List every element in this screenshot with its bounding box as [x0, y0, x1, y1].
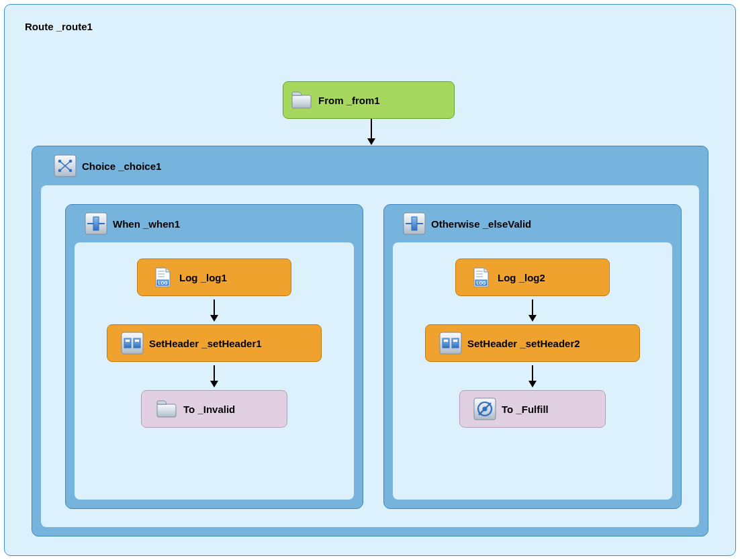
log-node[interactable]: LOG Log _log1 — [137, 259, 291, 296]
target-icon — [473, 398, 496, 420]
arrow-icon — [528, 362, 537, 390]
setheader-node[interactable]: SetHeader _setHeader2 — [425, 324, 640, 362]
route-title: Route _route1 — [25, 21, 93, 32]
svg-rect-0 — [292, 95, 311, 108]
log-label: Log _log1 — [179, 272, 227, 283]
to-node[interactable]: To _Invalid — [141, 390, 287, 428]
choice-icon — [54, 154, 77, 177]
to-node[interactable]: To _Fulfill — [459, 390, 606, 428]
log-node[interactable]: LOG Log _log2 — [455, 259, 610, 296]
svg-text:LOG: LOG — [477, 281, 486, 285]
choice-container[interactable]: Choice _choice1 When _when1 — [32, 146, 708, 536]
svg-rect-13 — [126, 340, 130, 342]
svg-rect-23 — [444, 340, 448, 342]
from-node[interactable]: From _from1 — [283, 81, 455, 119]
folder-icon — [155, 398, 178, 420]
otherwise-header: Otherwise _elseValid — [384, 205, 681, 242]
svg-rect-15 — [157, 404, 176, 417]
from-label: From _from1 — [318, 95, 380, 106]
setheader-node[interactable]: SetHeader _setHeader1 — [107, 324, 322, 362]
branch-icon — [403, 212, 426, 235]
setheader-icon — [121, 332, 144, 355]
setheader-label: SetHeader _setHeader1 — [149, 338, 262, 349]
arrow-icon — [210, 296, 218, 324]
to-label: To _Fulfill — [502, 404, 549, 415]
to-label: To _Invalid — [183, 404, 235, 415]
when-body: LOG Log _log1 — [75, 242, 354, 500]
svg-rect-7 — [93, 217, 99, 230]
choice-body: When _when1 LOG Log — [41, 185, 699, 527]
log-label: Log _log2 — [498, 272, 545, 283]
when-header: When _when1 — [66, 205, 363, 242]
when-label: When _when1 — [113, 218, 180, 230]
when-branch[interactable]: When _when1 LOG Log — [65, 204, 363, 509]
svg-rect-24 — [453, 340, 457, 342]
svg-rect-17 — [412, 217, 417, 230]
svg-rect-14 — [135, 340, 139, 342]
connector-from-to-choice — [367, 119, 375, 146]
arrow-icon — [528, 296, 537, 324]
setheader-label: SetHeader _setHeader2 — [467, 338, 580, 349]
setheader-icon — [439, 332, 462, 355]
log-icon: LOG — [151, 266, 174, 289]
choice-header: Choice _choice1 — [32, 146, 708, 185]
folder-icon — [290, 89, 313, 111]
svg-text:LOG: LOG — [158, 281, 168, 285]
branch-icon — [85, 212, 107, 235]
otherwise-label: Otherwise _elseValid — [431, 218, 531, 230]
otherwise-branch[interactable]: Otherwise _elseValid LOG — [383, 204, 682, 509]
arrow-icon — [210, 362, 218, 390]
otherwise-body: LOG Log _log2 — [393, 242, 672, 500]
route-container: Route _route1 From _from1 — [4, 4, 736, 556]
choice-label: Choice _choice1 — [82, 160, 161, 172]
log-icon: LOG — [469, 266, 492, 289]
